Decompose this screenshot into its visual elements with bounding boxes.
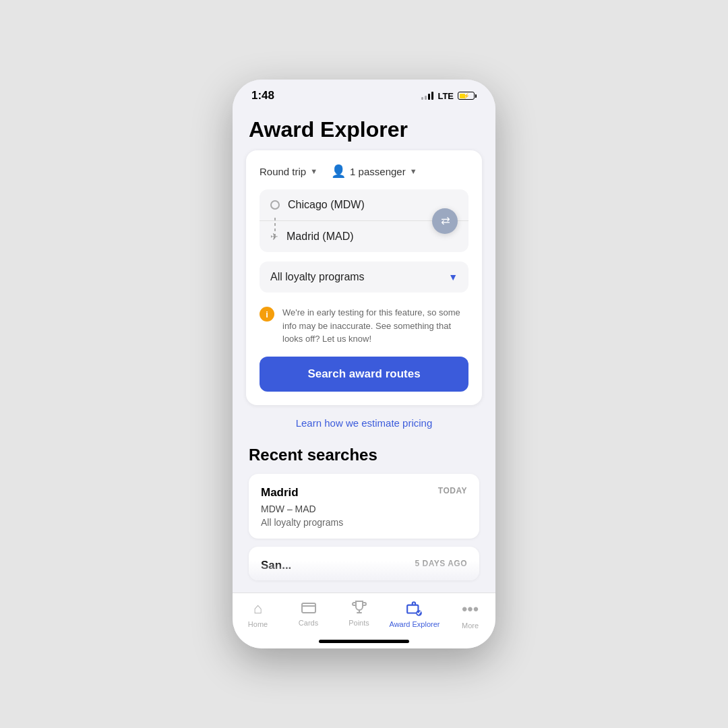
learn-pricing-link[interactable]: Learn how we estimate pricing [296, 417, 433, 429]
signal-bar-2 [425, 96, 427, 100]
nav-label-more: More [462, 621, 479, 630]
phone-frame: 1:48 LTE ⚡ Award Explorer [233, 80, 495, 648]
nav-label-award-explorer: Award Explorer [390, 620, 440, 628]
nav-label-cards: Cards [299, 619, 318, 627]
award-explorer-icon [406, 600, 423, 617]
nav-item-award-explorer[interactable]: Award Explorer [390, 600, 440, 628]
signal-bar-4 [431, 92, 433, 100]
scroll-content: Award Explorer Round trip ▼ 👤 1 passenge… [233, 107, 495, 590]
info-icon: i [260, 307, 274, 322]
nav-item-points[interactable]: Points [339, 600, 380, 627]
nav-item-cards[interactable]: Cards [289, 600, 329, 627]
home-indicator [319, 640, 409, 643]
recent-search-card-2[interactable]: San... 5 DAYS AGO [249, 547, 479, 580]
recent-date-1: TODAY [438, 486, 467, 495]
origin-text: Chicago (MDW) [288, 199, 365, 211]
nav-label-points: Points [348, 619, 369, 627]
recent-card-1-header: Madrid TODAY [261, 486, 467, 499]
trip-type-chevron-icon: ▼ [310, 167, 317, 175]
recent-date-2: 5 DAYS AGO [415, 559, 467, 568]
recent-program-1: All loyalty programs [261, 517, 467, 528]
home-icon: ⌂ [253, 600, 262, 617]
route-connector-icon [274, 218, 276, 237]
nav-item-home[interactable]: ⌂ Home [238, 600, 278, 628]
recent-card-2-header: San... 5 DAYS AGO [261, 559, 467, 572]
loyalty-programs-selector[interactable]: All loyalty programs ▼ [260, 262, 468, 293]
loyalty-label: All loyalty programs [270, 271, 365, 283]
passenger-selector[interactable]: 👤 1 passenger ▼ [331, 164, 417, 179]
trip-type-selector[interactable]: Round trip ▼ [260, 166, 317, 177]
battery-tip [475, 94, 477, 98]
recent-dest-1: Madrid [261, 486, 299, 499]
info-i-icon: i [266, 309, 268, 320]
origin-dot-icon [270, 200, 280, 210]
status-bar: 1:48 LTE ⚡ [233, 80, 495, 107]
trip-type-label: Round trip [260, 166, 306, 177]
route-selector: Chicago (MDW) ✈ Madrid (MAD) ⇅ [260, 189, 468, 252]
trip-options: Round trip ▼ 👤 1 passenger ▼ [260, 164, 468, 179]
swap-button[interactable]: ⇅ [432, 208, 458, 234]
recent-route-1: MDW – MAD [261, 504, 467, 514]
lte-label: LTE [437, 91, 454, 101]
page-header: Award Explorer [233, 107, 495, 150]
swap-icon: ⇅ [439, 216, 452, 225]
recent-search-card-1[interactable]: Madrid TODAY MDW – MAD All loyalty progr… [249, 474, 479, 539]
nav-label-home: Home [248, 620, 268, 628]
points-trophy-icon [351, 600, 367, 616]
signal-bar-1 [421, 97, 423, 100]
passenger-icon: 👤 [331, 164, 346, 179]
info-banner-text: We're in early testing for this feature,… [282, 306, 468, 346]
passenger-chevron-icon: ▼ [410, 167, 417, 175]
search-card: Round trip ▼ 👤 1 passenger ▼ Chicago (MD… [246, 150, 482, 405]
recent-dest-2: San... [261, 559, 291, 572]
passenger-label: 1 passenger [350, 166, 406, 177]
loyalty-chevron-icon: ▼ [448, 272, 458, 282]
battery-bolt-icon: ⚡ [463, 93, 470, 99]
battery-icon: ⚡ [458, 92, 477, 100]
learn-link-container: Learn how we estimate pricing [249, 417, 479, 429]
recent-searches-section: Recent searches Madrid TODAY MDW – MAD A… [233, 435, 495, 590]
svg-rect-0 [302, 603, 315, 613]
info-banner: i We're in early testing for this featur… [260, 303, 468, 357]
recent-searches-title: Recent searches [249, 446, 479, 464]
status-icons: LTE ⚡ [421, 91, 477, 101]
destination-text: Madrid (MAD) [286, 231, 354, 243]
page-title: Award Explorer [249, 117, 479, 142]
signal-bars-icon [421, 92, 433, 100]
nav-item-more[interactable]: ••• More [450, 600, 491, 630]
cards-icon [301, 600, 317, 616]
more-icon: ••• [462, 600, 479, 619]
search-award-routes-button[interactable]: Search award routes [260, 357, 468, 392]
status-time: 1:48 [251, 89, 274, 102]
signal-bar-3 [428, 94, 430, 100]
battery-body: ⚡ [458, 92, 475, 100]
